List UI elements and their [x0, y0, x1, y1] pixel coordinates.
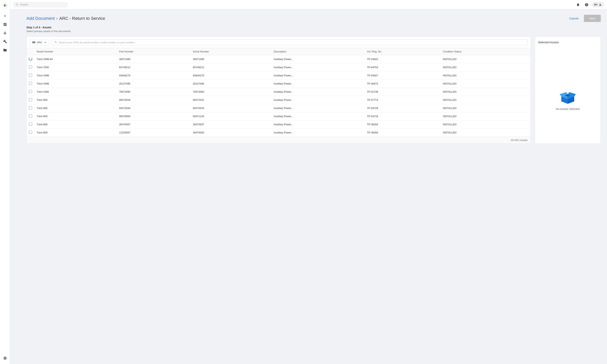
topnav: BA: [10, 0, 607, 9]
search-box[interactable]: [13, 2, 68, 7]
cell-description: Auxiliary Power...: [271, 88, 365, 96]
cell-serial-number: 90471134: [191, 112, 271, 120]
cell-ac-reg: TP-54718: [365, 112, 441, 120]
cell-status: INSTALLED: [440, 104, 531, 112]
step-subtitle: Select primary assets of the documents: [26, 30, 601, 33]
cell-ac-reg: TP-94753: [365, 63, 441, 71]
row-checkbox[interactable]: [29, 131, 32, 134]
sidebar-item-add[interactable]: [1, 13, 9, 19]
cell-ac-reg: TP-54729: [365, 104, 441, 112]
column-header-checkbox: [26, 48, 34, 55]
cancel-button[interactable]: Cancel: [566, 15, 581, 22]
cell-part-number: 83640275: [117, 71, 190, 80]
svg-rect-3: [34, 42, 35, 42]
sidebar-item-dashboard[interactable]: [1, 21, 9, 28]
user-initials: BA: [594, 3, 597, 6]
breadcrumb-link[interactable]: Add Document: [26, 16, 55, 21]
row-checkbox[interactable]: [29, 65, 32, 69]
cell-serial-number: 20137495: [191, 80, 271, 88]
asset-table: Model Number Part Number Serial Number D…: [26, 48, 531, 137]
row-checkbox[interactable]: [29, 74, 32, 77]
table-row: Trent XWB8364027583640275Auxiliary Power…: [26, 71, 531, 80]
column-header-ac-reg: A/C Reg. No.: [365, 48, 441, 55]
cell-status: INSTALLED: [440, 55, 531, 63]
cell-status: INSTALLED: [440, 71, 531, 80]
cell-description: Auxiliary Power...: [271, 80, 365, 88]
row-loading-indicator: [29, 57, 32, 60]
cell-serial-number: 90472431: [191, 96, 271, 104]
cell-description: Auxiliary Power...: [271, 112, 365, 120]
cell-model: Trent XWB: [34, 80, 117, 88]
user-menu[interactable]: BA: [592, 2, 604, 7]
cell-status: INSTALLED: [440, 80, 531, 88]
cell-status: INSTALLED: [440, 96, 531, 104]
header-actions: Cancel Next: [566, 15, 601, 22]
main-content: Add Document › ARC - Return to Service C…: [20, 9, 607, 364]
column-header-description: Description: [271, 48, 365, 55]
cell-model: Trent 800: [34, 129, 117, 137]
page-header: Add Document › ARC - Return to Service C…: [26, 15, 601, 22]
table-row: Trent 70008374921283749212Auxiliary Powe…: [26, 63, 531, 71]
help-button[interactable]: [583, 1, 590, 8]
cell-part-number: 30071480: [117, 55, 190, 63]
breadcrumb-separator: ›: [56, 16, 58, 21]
cell-part-number: 90479934: [117, 112, 190, 120]
breadcrumb: Add Document › ARC - Return to Service: [26, 16, 105, 21]
column-header-part: Part Number: [117, 48, 190, 55]
cell-model: Trent 7000: [34, 63, 117, 71]
asset-search-icon: [54, 41, 57, 44]
asset-type-selector[interactable]: APU: [30, 39, 49, 46]
cell-status: INSTALLED: [440, 112, 531, 120]
cell-part-number: 26475937: [117, 120, 190, 129]
cell-model: Trent 900: [34, 104, 117, 112]
user-avatar-icon: [599, 3, 602, 6]
notifications-button[interactable]: [575, 1, 581, 8]
table-row: Trent 9009047993490471134Auxiliary Power…: [26, 112, 531, 120]
step-info: Step 1 of 4 - Assets Select primary asse…: [26, 26, 601, 33]
cell-ac-reg: TP-36294: [365, 120, 441, 129]
cell-part-number: 83749212: [117, 63, 190, 71]
step-title: Step 1 of 4 - Assets: [26, 26, 601, 29]
cell-model: Trent 900: [34, 112, 117, 120]
breadcrumb-current: ARC - Return to Service: [59, 16, 105, 21]
cell-serial-number: 83640275: [191, 71, 271, 80]
asset-panel-toolbar: APU: [26, 37, 531, 48]
cell-status: INSTALLED: [440, 120, 531, 129]
sidebar-item-documents[interactable]: [1, 47, 9, 54]
cell-serial-number: 26475937: [191, 120, 271, 129]
cell-serial-number: 79472093: [191, 88, 271, 96]
cell-description: Auxiliary Power...: [271, 120, 365, 129]
sidebar-item-settings[interactable]: [1, 355, 9, 362]
chevron-down-icon: [43, 40, 47, 44]
cell-ac-reg: TP-36472: [365, 80, 441, 88]
next-button[interactable]: Next: [584, 15, 601, 22]
row-checkbox[interactable]: [29, 98, 32, 101]
cell-model: Trent 1000: [34, 88, 117, 96]
empty-state: No Assets Selected: [538, 48, 597, 140]
table-footer: 20 APU Assets: [26, 137, 531, 143]
cell-model: Trent XWB: [34, 71, 117, 80]
search-input[interactable]: [20, 3, 65, 6]
asset-search[interactable]: [52, 39, 528, 45]
sidebar-item-maintenance[interactable]: [1, 38, 9, 45]
row-checkbox[interactable]: [29, 82, 32, 85]
table-row: Trent XWB2013749520137495Auxiliary Power…: [26, 80, 531, 88]
cell-serial-number: 26470000: [191, 129, 271, 137]
column-header-model: Model Number: [34, 48, 117, 55]
column-header-serial: Serial Number: [191, 48, 271, 55]
row-checkbox[interactable]: [29, 106, 32, 109]
asset-search-input[interactable]: [59, 41, 525, 44]
column-header-status: Condition Status: [440, 48, 531, 55]
search-icon: [16, 3, 19, 6]
cell-serial-number: 83749212: [191, 63, 271, 71]
svg-rect-2: [32, 42, 33, 43]
cell-description: Auxiliary Power...: [271, 104, 365, 112]
apu-icon: [32, 40, 36, 44]
row-checkbox[interactable]: [29, 90, 32, 93]
empty-state-text: No Assets Selected: [556, 107, 580, 111]
cell-part-number: 11225937: [117, 129, 190, 137]
row-checkbox[interactable]: [29, 123, 32, 126]
cell-status: INSTALLED: [440, 129, 531, 137]
sidebar-item-flights[interactable]: [1, 29, 9, 37]
row-checkbox[interactable]: [29, 114, 32, 117]
